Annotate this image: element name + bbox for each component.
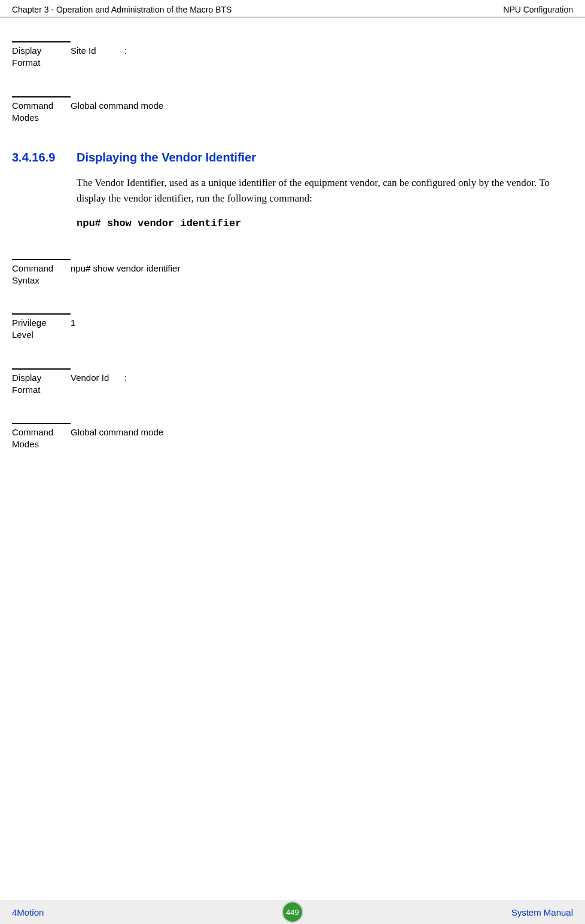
info-value: Global command mode	[71, 100, 573, 111]
info-label: Command Modes	[12, 100, 71, 124]
command-modes-block-1: Command Modes Global command mode	[12, 96, 573, 124]
header-right: NPU Configuration	[503, 5, 573, 14]
section-heading: 3.4.16.9 Displaying the Vendor Identifie…	[12, 151, 573, 164]
rule	[12, 259, 71, 260]
info-value: 1	[71, 317, 573, 328]
info-label: Display Format	[12, 372, 71, 397]
rule	[12, 313, 71, 315]
info-value: npu# show vendor identifier	[71, 263, 573, 273]
page-header: Chapter 3 - Operation and Administration…	[0, 0, 585, 17]
display-format-key: Vendor Id	[71, 373, 124, 383]
section-number: 3.4.16.9	[12, 151, 77, 164]
command-syntax-block: Command Syntax npu# show vendor identifi…	[12, 259, 573, 287]
info-value: Global command mode	[71, 426, 573, 437]
display-format-row: Vendor Id :	[71, 373, 573, 383]
page-content: Display Format Site Id : Command Modes G…	[0, 17, 585, 451]
page-number: 449	[286, 908, 299, 917]
rule	[12, 41, 71, 42]
info-label: Command Modes	[12, 426, 71, 451]
rule	[12, 368, 71, 370]
info-label: Display Format	[12, 45, 71, 69]
section-command: npu# show vendor identifier	[77, 218, 573, 229]
display-format-key: Site Id	[71, 45, 124, 56]
display-format-sep: :	[124, 373, 136, 383]
header-left: Chapter 3 - Operation and Administration…	[12, 5, 231, 14]
display-format-block-2: Display Format Vendor Id :	[12, 368, 573, 397]
info-label: Privilege Level	[12, 317, 71, 341]
display-format-block-1: Display Format Site Id :	[12, 41, 573, 69]
footer-right: System Manual	[511, 907, 573, 917]
footer-left: 4Motion	[12, 907, 44, 917]
rule	[12, 96, 71, 97]
section-body: The Vendor Identifier, used as a unique …	[77, 175, 573, 207]
display-format-row: Site Id :	[71, 45, 573, 56]
command-modes-block-2: Command Modes Global command mode	[12, 423, 573, 451]
privilege-level-block: Privilege Level 1	[12, 313, 573, 341]
display-format-sep: :	[124, 45, 136, 56]
rule	[12, 423, 71, 424]
page-footer: 4Motion 449 System Manual	[0, 900, 585, 924]
page-number-badge: 449	[282, 901, 303, 923]
section-title: Displaying the Vendor Identifier	[77, 151, 256, 164]
info-label: Command Syntax	[12, 263, 71, 287]
